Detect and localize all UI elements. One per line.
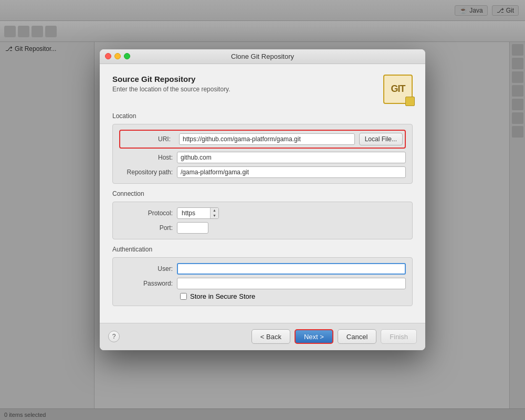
local-file-button[interactable]: Local File... (359, 133, 403, 145)
password-row: Password: (119, 278, 406, 289)
user-label: User: (119, 265, 177, 272)
protocol-arrow-up[interactable]: ▲ (211, 208, 218, 213)
dialog-body: Source Git Repository Enter the location… (100, 64, 425, 323)
modal-overlay: Clone Git Repository Source Git Reposito… (0, 0, 525, 420)
uri-row: URI: Local File... (119, 130, 406, 149)
protocol-arrows[interactable]: ▲ ▼ (210, 208, 218, 218)
auth-section: User: Password: Store in Secure Store (112, 257, 413, 306)
protocol-value: https (177, 209, 210, 217)
password-label: Password: (119, 280, 177, 287)
port-row: Port: (119, 222, 406, 234)
protocol-arrow-down[interactable]: ▼ (211, 213, 218, 218)
location-section-label: Location (112, 112, 413, 120)
dialog-titlebar: Clone Git Repository (100, 49, 425, 64)
traffic-lights (105, 53, 130, 59)
maximize-button[interactable] (124, 53, 130, 59)
minimize-button[interactable] (114, 53, 121, 59)
port-input[interactable] (177, 222, 208, 234)
uri-input[interactable] (179, 133, 355, 145)
location-section: URI: Local File... Host: Repository path… (112, 124, 413, 184)
repo-path-row: Repository path: (119, 166, 406, 178)
user-input[interactable] (177, 263, 406, 275)
secure-store-checkbox[interactable] (180, 293, 187, 300)
dialog-subtitle: Enter the location of the source reposit… (112, 86, 230, 93)
repo-path-label: Repository path: (119, 169, 177, 176)
secure-store-label: Store in Secure Store (190, 292, 255, 300)
host-input[interactable] (177, 152, 406, 163)
cancel-button[interactable]: Cancel (338, 329, 376, 344)
host-row: Host: (119, 152, 406, 163)
dialog-title: Clone Git Repository (231, 52, 294, 60)
secure-store-row: Store in Secure Store (119, 292, 406, 300)
finish-button[interactable]: Finish (381, 329, 417, 344)
clone-git-dialog: Clone Git Repository Source Git Reposito… (100, 49, 425, 350)
uri-label: URI: (122, 135, 175, 143)
dialog-header-text: Source Git Repository Enter the location… (112, 75, 230, 93)
repo-path-input[interactable] (177, 166, 406, 178)
user-row: User: (119, 263, 406, 275)
protocol-select[interactable]: https ▲ ▼ (177, 207, 219, 219)
close-button[interactable] (105, 53, 111, 59)
dialog-header: Source Git Repository Enter the location… (112, 75, 413, 104)
dialog-footer: ? < Back Next > Cancel Finish (100, 323, 425, 350)
protocol-row: Protocol: https ▲ ▼ (119, 207, 406, 219)
port-label: Port: (119, 224, 177, 232)
connection-section-label: Connection (112, 190, 413, 197)
connection-section: Protocol: https ▲ ▼ Port: (112, 202, 413, 239)
auth-section-label: Authentication (112, 246, 413, 253)
host-label: Host: (119, 154, 177, 161)
dialog-section-title: Source Git Repository (112, 75, 230, 83)
next-button[interactable]: Next > (295, 329, 333, 344)
back-button[interactable]: < Back (251, 329, 290, 344)
protocol-label: Protocol: (119, 209, 177, 217)
help-button[interactable]: ? (108, 331, 120, 342)
password-input[interactable] (177, 278, 406, 289)
git-logo: GIT (383, 75, 413, 104)
